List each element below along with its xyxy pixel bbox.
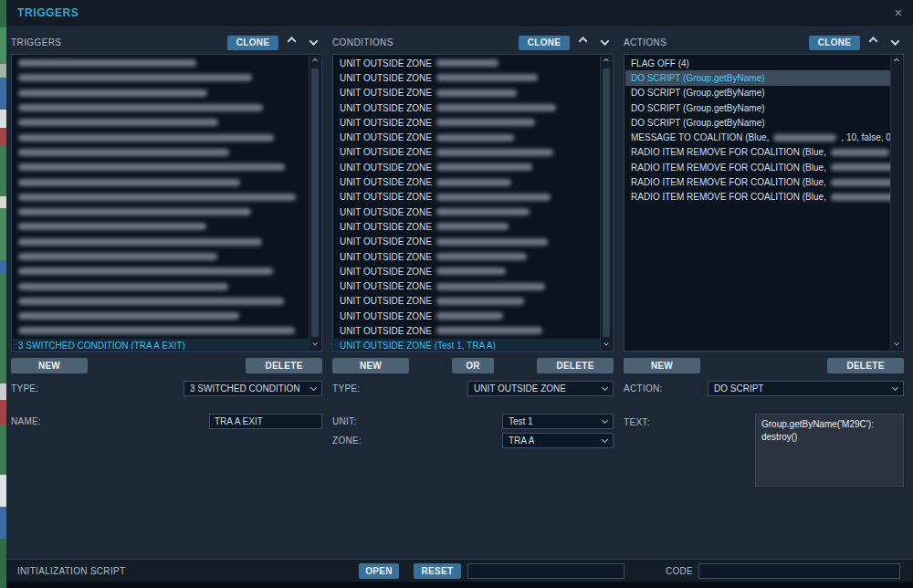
- list-item[interactable]: UNIT OUTSIDE ZONE: [334, 70, 600, 85]
- list-item[interactable]: RADIO ITEM REMOVE FOR COALITION (Blue,: [625, 145, 890, 160]
- reset-button[interactable]: RESET: [414, 563, 461, 579]
- actions-new-button[interactable]: NEW: [624, 358, 700, 373]
- list-item[interactable]: UNIT OUTSIDE ZONE: [334, 278, 600, 293]
- list-item[interactable]: [13, 278, 309, 293]
- actions-delete-button[interactable]: DELETE: [827, 358, 904, 373]
- list-item-text: UNIT OUTSIDE ZONE: [340, 58, 432, 68]
- actions-list[interactable]: FLAG OFF (4)DO SCRIPT (Group.getByName)D…: [624, 54, 904, 352]
- conditions-move-up-button[interactable]: [573, 36, 592, 50]
- redacted-text: [18, 163, 285, 171]
- list-item[interactable]: [13, 205, 309, 219]
- actions-move-up-button[interactable]: [864, 36, 882, 50]
- list-item[interactable]: UNIT OUTSIDE ZONE: [334, 190, 600, 205]
- scroll-up-icon[interactable]: [891, 56, 902, 68]
- init-script-input[interactable]: [467, 563, 624, 579]
- list-item[interactable]: [13, 100, 309, 115]
- close-icon[interactable]: ×: [895, 6, 902, 19]
- conditions-clone-button[interactable]: CLONE: [519, 36, 570, 50]
- list-item[interactable]: [13, 264, 309, 278]
- list-item[interactable]: UNIT OUTSIDE ZONE: [334, 115, 600, 130]
- conditions-delete-button[interactable]: DELETE: [537, 358, 614, 373]
- triggers-list[interactable]: 3 SWITCHED CONDITION (TRA A EXIT): [11, 54, 322, 352]
- triggers-move-down-button[interactable]: [304, 36, 322, 50]
- condition-unit-select[interactable]: Test 1: [502, 414, 614, 429]
- list-item[interactable]: UNIT OUTSIDE ZONE: [334, 219, 600, 234]
- actions-clone-button[interactable]: CLONE: [809, 36, 860, 50]
- list-item[interactable]: [13, 190, 309, 205]
- list-item[interactable]: [13, 56, 309, 70]
- code-input[interactable]: [698, 563, 900, 579]
- triggers-move-up-button[interactable]: [282, 36, 300, 50]
- list-item[interactable]: UNIT OUTSIDE ZONE: [334, 205, 600, 219]
- list-item[interactable]: [13, 174, 309, 189]
- list-item[interactable]: RADIO ITEM REMOVE FOR COALITION (Blue,: [625, 174, 890, 189]
- list-item[interactable]: [13, 115, 309, 130]
- condition-zone-select[interactable]: TRA A: [502, 433, 614, 448]
- trigger-name-input[interactable]: [209, 414, 322, 429]
- list-item[interactable]: [13, 160, 309, 174]
- scroll-down-icon[interactable]: [601, 338, 612, 350]
- list-item[interactable]: UNIT OUTSIDE ZONE: [334, 160, 600, 174]
- triggers-delete-button[interactable]: DELETE: [246, 358, 322, 373]
- scroll-up-icon[interactable]: [310, 56, 320, 68]
- action-select[interactable]: DO SCRIPT: [708, 381, 904, 396]
- list-item[interactable]: FLAG OFF (4): [625, 56, 890, 70]
- list-item[interactable]: DO SCRIPT (Group.getByName): [625, 86, 890, 100]
- list-item[interactable]: UNIT OUTSIDE ZONE: [334, 56, 600, 70]
- actions-scrollbar[interactable]: [890, 56, 902, 350]
- action-value: DO SCRIPT: [714, 383, 763, 394]
- triggers-clone-button[interactable]: CLONE: [227, 36, 278, 50]
- list-item[interactable]: UNIT OUTSIDE ZONE: [334, 264, 600, 278]
- list-item[interactable]: [13, 130, 309, 144]
- list-item[interactable]: UNIT OUTSIDE ZONE: [334, 130, 600, 144]
- scroll-down-icon[interactable]: [310, 338, 320, 350]
- scroll-thumb[interactable]: [311, 68, 319, 337]
- list-item[interactable]: [13, 249, 309, 264]
- list-item[interactable]: UNIT OUTSIDE ZONE: [334, 86, 600, 100]
- list-item[interactable]: [13, 294, 309, 309]
- list-item[interactable]: UNIT OUTSIDE ZONE: [334, 309, 600, 323]
- conditions-move-down-button[interactable]: [595, 36, 614, 50]
- redacted-text: [436, 283, 545, 290]
- list-item[interactable]: [13, 145, 309, 160]
- list-item[interactable]: RADIO ITEM REMOVE FOR COALITION (Blue,: [625, 190, 890, 205]
- conditions-list[interactable]: UNIT OUTSIDE ZONEUNIT OUTSIDE ZONEUNIT O…: [332, 54, 614, 352]
- conditions-new-button[interactable]: NEW: [332, 358, 409, 373]
- list-item[interactable]: [13, 235, 309, 249]
- action-script-textarea[interactable]: Group.getByName('M29C'): destroy(): [755, 414, 904, 487]
- list-item[interactable]: [13, 323, 309, 338]
- list-item[interactable]: DO SCRIPT (Group.getByName): [625, 100, 890, 115]
- redacted-text: [18, 59, 196, 67]
- list-item[interactable]: UNIT OUTSIDE ZONE: [334, 100, 600, 115]
- list-item[interactable]: DO SCRIPT (Group.getByName): [625, 115, 890, 130]
- triggers-new-button[interactable]: NEW: [11, 358, 88, 373]
- scroll-thumb[interactable]: [603, 68, 610, 337]
- list-item[interactable]: UNIT OUTSIDE ZONE: [334, 323, 600, 338]
- conditions-scrollbar[interactable]: [600, 56, 612, 350]
- list-item[interactable]: MESSAGE TO COALITION (Blue,, 10, false, …: [625, 130, 890, 144]
- list-item[interactable]: [13, 70, 309, 85]
- list-item[interactable]: [13, 309, 309, 323]
- triggers-scrollbar[interactable]: [309, 56, 320, 350]
- condition-type-select[interactable]: UNIT OUTSIDE ZONE: [467, 381, 614, 396]
- list-item[interactable]: UNIT OUTSIDE ZONE: [334, 249, 600, 264]
- scroll-down-icon[interactable]: [891, 338, 902, 350]
- redacted-text: [436, 268, 506, 275]
- list-item[interactable]: UNIT OUTSIDE ZONE: [334, 145, 600, 160]
- actions-move-down-button[interactable]: [886, 36, 904, 50]
- list-item[interactable]: UNIT OUTSIDE ZONE (Test 1, TRA A): [334, 339, 600, 350]
- list-item[interactable]: [13, 219, 309, 234]
- conditions-or-button[interactable]: OR: [452, 358, 494, 373]
- open-button[interactable]: OPEN: [359, 563, 399, 579]
- list-item[interactable]: UNIT OUTSIDE ZONE: [334, 235, 600, 249]
- trigger-type-select[interactable]: 3 SWITCHED CONDITION: [184, 381, 322, 396]
- scroll-up-icon[interactable]: [601, 56, 612, 68]
- list-item[interactable]: DO SCRIPT (Group.getByName): [625, 70, 890, 85]
- list-item[interactable]: RADIO ITEM REMOVE FOR COALITION (Blue,: [625, 160, 890, 174]
- redacted-text: [436, 89, 517, 97]
- redacted-text: [831, 179, 890, 186]
- list-item[interactable]: [13, 86, 309, 100]
- list-item[interactable]: UNIT OUTSIDE ZONE: [334, 174, 600, 189]
- list-item[interactable]: 3 SWITCHED CONDITION (TRA A EXIT): [13, 339, 309, 350]
- list-item[interactable]: UNIT OUTSIDE ZONE: [334, 294, 600, 309]
